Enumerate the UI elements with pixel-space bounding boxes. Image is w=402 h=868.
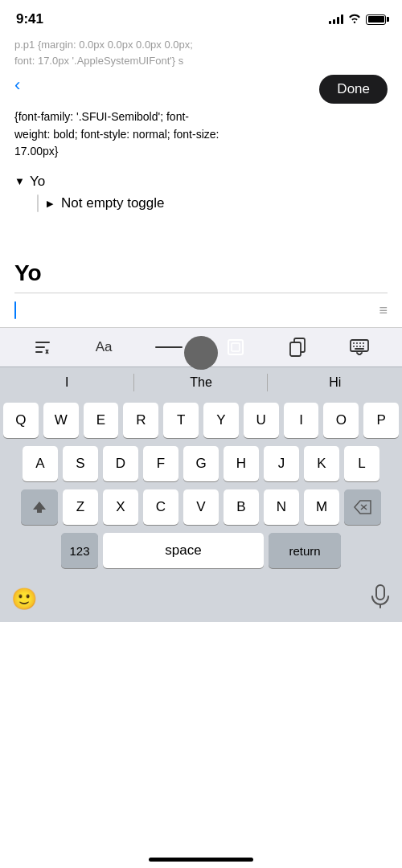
suggestion-hi[interactable]: Hi — [268, 367, 402, 398]
wifi-icon — [348, 14, 361, 26]
suggestions-bar: I The Hi — [0, 366, 402, 398]
svg-marker-14 — [33, 502, 46, 513]
home-indicator — [149, 858, 253, 862]
overlay-circle — [184, 336, 218, 370]
key-x[interactable]: X — [103, 489, 138, 525]
key-return[interactable]: return — [269, 533, 341, 568]
key-t[interactable]: T — [163, 403, 199, 438]
toggle-child-row: ▶ Not empty toggle — [14, 194, 388, 212]
toggle-parent-label: Yo — [30, 174, 45, 190]
done-button[interactable]: Done — [319, 75, 388, 104]
toggle-child-label: Not empty toggle — [61, 195, 165, 211]
keyboard-row-2: A S D F G H J K L — [3, 446, 399, 481]
key-y[interactable]: Y — [203, 403, 239, 438]
key-m[interactable]: M — [304, 489, 339, 525]
status-time: 9:41 — [16, 11, 43, 27]
svg-rect-1 — [232, 343, 240, 351]
key-h[interactable]: H — [224, 446, 259, 481]
key-space[interactable]: space — [103, 533, 264, 568]
key-q[interactable]: Q — [3, 403, 39, 438]
key-p[interactable]: P — [363, 403, 399, 438]
font-info: {font-family: '.SFUI-Semibold'; font- we… — [14, 107, 388, 169]
key-z[interactable]: Z — [63, 489, 98, 525]
battery-icon — [366, 14, 386, 25]
text-cursor — [14, 301, 16, 319]
key-n[interactable]: N — [264, 489, 299, 525]
key-l[interactable]: L — [344, 446, 379, 481]
css-debug-text: p.p1 {margin: 0.0px 0.0px 0.0px 0.0px; f… — [14, 34, 388, 73]
content-area: p.p1 {margin: 0.0px 0.0px 0.0px 0.0px; f… — [0, 34, 402, 212]
frame-button[interactable] — [219, 334, 252, 360]
mic-button[interactable] — [370, 584, 391, 614]
main-heading: Yo — [0, 260, 402, 286]
toggle-open-arrow[interactable]: ▼ — [14, 175, 25, 187]
key-e[interactable]: E — [84, 403, 119, 438]
signal-icon — [329, 14, 343, 24]
key-r[interactable]: R — [123, 403, 158, 438]
nav-row: ‹ Done — [14, 73, 388, 107]
suggestion-the[interactable]: The — [134, 367, 269, 398]
keyboard-toolbar: Aa — [0, 327, 402, 366]
key-i[interactable]: I — [284, 403, 319, 438]
line-icon — [155, 346, 183, 348]
keyboard-row-1: Q W E R T Y U I O P — [3, 403, 399, 438]
editor-row[interactable]: ≡ — [0, 293, 402, 327]
key-j[interactable]: J — [264, 446, 299, 481]
key-numbers[interactable]: 123 — [61, 533, 98, 568]
keyboard-row-3: Z X C V B N M — [3, 489, 399, 525]
keyboard: Q W E R T Y U I O P A S D F G H J K L Z … — [0, 398, 402, 579]
svg-rect-17 — [376, 585, 384, 600]
status-icons — [329, 14, 386, 26]
keyboard-bottom-bar: 🙂 — [0, 579, 402, 622]
key-v[interactable]: V — [183, 489, 219, 525]
suggestion-i[interactable]: I — [0, 367, 134, 398]
key-a[interactable]: A — [23, 446, 58, 481]
key-b[interactable]: B — [224, 489, 259, 525]
key-s[interactable]: S — [63, 446, 98, 481]
key-shift[interactable] — [21, 489, 58, 525]
copy-button[interactable] — [282, 334, 313, 360]
key-backspace[interactable] — [344, 489, 381, 525]
status-bar: 9:41 — [0, 0, 402, 34]
font-button[interactable]: Aa — [89, 336, 119, 358]
key-k[interactable]: K — [304, 446, 339, 481]
key-f[interactable]: F — [143, 446, 178, 481]
font-icon: Aa — [96, 339, 113, 355]
toggle-block: ▼ Yo — [14, 174, 388, 190]
key-o[interactable]: O — [323, 403, 359, 438]
toggle-indent-bar — [37, 194, 39, 212]
svg-rect-0 — [228, 340, 243, 354]
line-button[interactable] — [149, 343, 189, 351]
key-w[interactable]: W — [43, 403, 79, 438]
key-g[interactable]: G — [183, 446, 219, 481]
toggle-child-arrow[interactable]: ▶ — [47, 199, 53, 209]
keyboard-row-bottom: 123 space return — [3, 533, 399, 568]
key-d[interactable]: D — [103, 446, 138, 481]
key-c[interactable]: C — [143, 489, 178, 525]
format-button[interactable] — [27, 334, 59, 360]
key-u[interactable]: U — [244, 403, 279, 438]
keyboard-button[interactable] — [343, 336, 375, 358]
editor-menu-icon[interactable]: ≡ — [379, 302, 388, 319]
emoji-button[interactable]: 🙂 — [11, 587, 37, 612]
back-button[interactable]: ‹ — [14, 75, 28, 96]
svg-rect-3 — [290, 342, 301, 356]
